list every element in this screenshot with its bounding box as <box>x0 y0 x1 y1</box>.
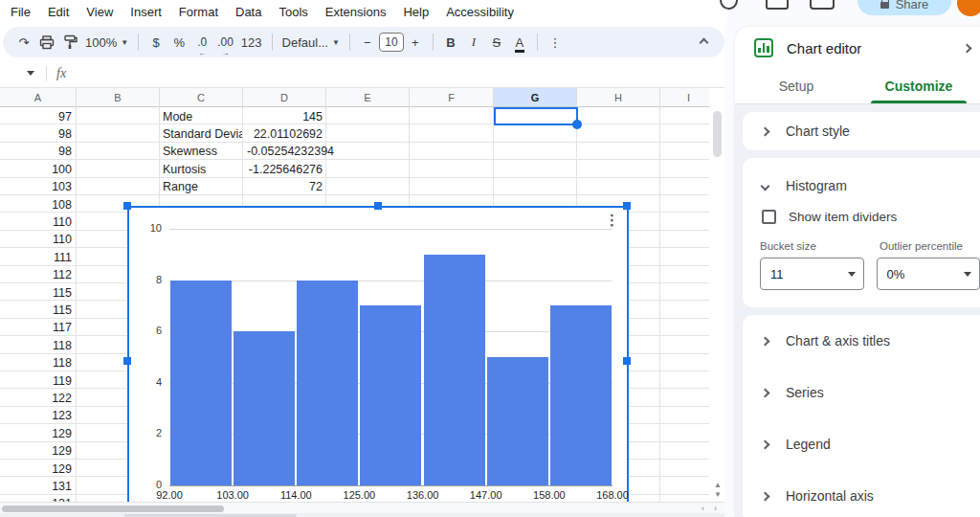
chart-handle-top-left[interactable] <box>123 202 131 210</box>
format-percent-button[interactable]: % <box>167 31 190 54</box>
histogram-bar-2[interactable] <box>297 281 358 485</box>
tab-setup[interactable]: Setup <box>735 69 858 103</box>
cell-a-value[interactable]: 119 <box>0 374 72 388</box>
column-header-g[interactable]: G <box>494 88 577 107</box>
column-header-d[interactable]: D <box>243 88 326 107</box>
cell-a-value[interactable]: 97 <box>0 110 72 124</box>
bold-button[interactable]: B <box>439 31 462 54</box>
section-chart-axis-titles[interactable]: Chart & axis titles <box>743 315 980 367</box>
horizontal-scrollbar[interactable]: ‹ › <box>0 502 724 513</box>
font-size-input[interactable]: 10 <box>379 33 404 52</box>
menu-insert[interactable]: Insert <box>122 3 170 21</box>
histogram-chart[interactable]: ⋮ 108642092.00103.00114.00125.00136.0014… <box>127 206 629 517</box>
histogram-bar-3[interactable] <box>360 305 421 485</box>
print-button[interactable] <box>35 31 58 54</box>
cell-a-value[interactable]: 118 <box>0 356 72 370</box>
cell-a-value[interactable]: 110 <box>0 215 72 229</box>
stat-label-standard-deviati[interactable]: Standard Deviati <box>163 127 242 141</box>
histogram-bar-5[interactable] <box>487 357 548 485</box>
decrease-decimal-button[interactable]: .0← <box>190 31 213 54</box>
menu-tools[interactable]: Tools <box>270 3 316 21</box>
column-header-a[interactable]: A <box>0 88 77 107</box>
stat-value-skewness[interactable]: -0.05254232394 <box>247 145 323 158</box>
cell-a-value[interactable]: 115 <box>0 286 72 300</box>
close-panel-icon[interactable] <box>963 43 972 53</box>
scroll-down-icon[interactable]: ▼ <box>714 490 722 499</box>
cell-a-value[interactable]: 131 <box>0 480 72 493</box>
column-header-b[interactable]: B <box>77 88 160 107</box>
chart-handle-top-center[interactable] <box>374 202 382 210</box>
cell-a-value[interactable]: 115 <box>0 303 72 317</box>
histogram-bar-0[interactable] <box>170 281 232 485</box>
stat-value-kurtosis[interactable]: -1.225646276 <box>247 163 323 176</box>
italic-button[interactable]: I <box>462 31 485 54</box>
stat-label-skewness[interactable]: Skewness <box>163 145 242 158</box>
stat-label-kurtosis[interactable]: Kurtosis <box>163 163 242 176</box>
text-color-button[interactable]: A <box>516 35 524 50</box>
zoom-select[interactable]: 100%▼ <box>81 31 132 54</box>
cell-a-value[interactable]: 129 <box>0 427 72 440</box>
histogram-bar-4[interactable] <box>424 255 485 485</box>
paint-format-button[interactable] <box>58 31 81 54</box>
cell-a-value[interactable]: 112 <box>0 268 72 281</box>
scroll-up-icon[interactable]: ▲ <box>714 481 722 489</box>
menu-view[interactable]: View <box>78 3 122 21</box>
section-chart-style[interactable]: Chart style <box>743 112 980 150</box>
cell-a-value[interactable]: 111 <box>0 251 72 264</box>
menu-format[interactable]: Format <box>170 3 227 21</box>
column-header-h[interactable]: H <box>577 88 660 107</box>
chart-handle-left-middle[interactable] <box>123 357 131 365</box>
stat-value-standard-deviati[interactable]: 22.01102692 <box>247 127 323 141</box>
cell-a-value[interactable]: 100 <box>0 163 72 176</box>
column-header-f[interactable]: F <box>410 88 494 107</box>
menu-accessibility[interactable]: Accessibility <box>437 3 523 21</box>
section-series[interactable]: Series <box>743 367 980 418</box>
stat-value-mode[interactable]: 145 <box>247 110 323 124</box>
share-button[interactable]: Share <box>858 0 951 15</box>
chart-handle-top-right[interactable] <box>623 202 631 210</box>
cell-a-value[interactable]: 98 <box>0 145 72 158</box>
bucket-size-select[interactable]: 11 <box>760 258 864 290</box>
cell-a-value[interactable]: 117 <box>0 321 72 334</box>
section-legend[interactable]: Legend <box>743 418 980 470</box>
vertical-scrollbar-thumb[interactable] <box>713 111 722 157</box>
present-to-meet-icon[interactable] <box>810 0 835 10</box>
histogram-bar-6[interactable] <box>550 305 612 485</box>
cell-a-value[interactable]: 122 <box>0 392 72 405</box>
cell-a-value[interactable]: 118 <box>0 339 72 352</box>
stat-label-mode[interactable]: Mode <box>163 110 242 124</box>
outlier-percentile-select[interactable]: 0% <box>877 258 980 290</box>
name-box-caret-icon[interactable] <box>27 71 34 76</box>
column-header-c[interactable]: C <box>160 88 243 107</box>
fill-handle[interactable] <box>572 120 582 129</box>
increase-font-size-button[interactable]: + <box>404 31 427 54</box>
show-item-dividers-checkbox[interactable] <box>762 210 776 224</box>
cell-a-value[interactable]: 129 <box>0 444 72 458</box>
histogram-bar-1[interactable] <box>234 331 295 485</box>
column-header-e[interactable]: E <box>326 88 410 107</box>
chart-more-menu[interactable]: ⋮ <box>605 213 619 227</box>
more-toolbar-button[interactable]: ⋮ <box>544 31 567 54</box>
cell-a-value[interactable]: 129 <box>0 462 72 476</box>
horizontal-scrollbar-thumb[interactable] <box>2 506 224 512</box>
stat-value-range[interactable]: 72 <box>247 180 323 193</box>
strikethrough-button[interactable]: S <box>485 31 508 54</box>
collapse-toolbar-button[interactable] <box>692 31 715 54</box>
menu-help[interactable]: Help <box>394 3 437 21</box>
menu-edit[interactable]: Edit <box>39 3 78 21</box>
menu-extensions[interactable]: Extensions <box>317 3 395 21</box>
column-header-i[interactable]: I <box>660 88 709 107</box>
section-horizontal-axis[interactable]: Horizontal axis <box>743 470 980 517</box>
redo-button[interactable]: ↷ <box>12 31 35 54</box>
comment-icon[interactable] <box>766 0 789 10</box>
more-formats-button[interactable]: 123 <box>237 31 266 54</box>
menu-data[interactable]: Data <box>227 3 270 21</box>
cell-a-value[interactable]: 108 <box>0 198 72 212</box>
menu-file[interactable]: File <box>2 3 39 21</box>
decrease-font-size-button[interactable]: − <box>356 31 379 54</box>
tab-customize[interactable]: Customize <box>858 69 980 103</box>
cell-a-value[interactable]: 103 <box>0 180 72 193</box>
chart-handle-right-middle[interactable] <box>623 357 631 365</box>
format-currency-button[interactable]: $ <box>145 31 167 54</box>
scroll-left-icon[interactable]: ‹ <box>702 504 704 513</box>
